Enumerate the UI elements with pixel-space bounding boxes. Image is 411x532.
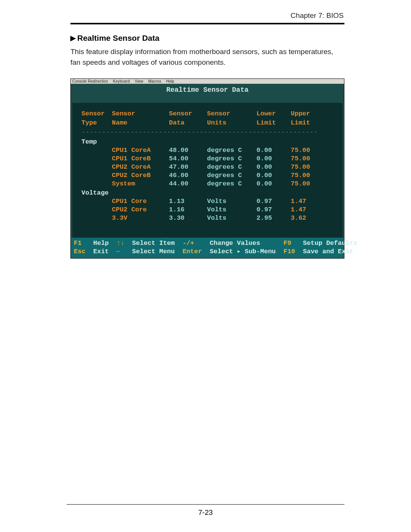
footer-hint: Enter Select ▸ Sub-Menu	[183, 248, 284, 256]
col-header: Units	[207, 119, 256, 127]
col-header: Sensor	[169, 110, 207, 118]
footer-hint: Esc Exit	[74, 248, 116, 256]
sensor-lower: 0.97	[256, 197, 291, 206]
footer-hint: ↑↓ Select Item	[116, 239, 182, 248]
footer-label: Help	[93, 239, 116, 248]
col-header: Sensor	[81, 110, 112, 118]
triangle-icon: ▶	[70, 34, 76, 42]
sensor-name: CPU2 CoreA	[112, 163, 169, 171]
chapter-header: Chapter 7: BIOS	[70, 11, 344, 20]
sensor-upper: 3.62	[291, 214, 325, 222]
sensor-unit: degrees C	[207, 163, 256, 171]
menu-item[interactable]: Macros	[148, 79, 161, 83]
sensor-value: 48.00	[169, 146, 207, 155]
table-row: CPU2 CoreB46.00degrees C0.0075.00	[81, 171, 335, 180]
sensor-unit: Volts	[207, 206, 256, 214]
sensor-upper: 1.47	[291, 197, 325, 206]
footer-key: F9	[284, 239, 303, 248]
col-header: Type	[81, 119, 112, 127]
sensor-name: System	[112, 180, 169, 188]
table-row: CPU1 CoreB54.00degrees C0.0075.00	[81, 155, 335, 163]
sensor-lower: 0.00	[256, 171, 291, 180]
header-rule	[70, 23, 344, 24]
sensor-groups: TempCPU1 CoreA48.00degrees C0.0075.00CPU…	[81, 138, 335, 222]
sensor-lower: 0.00	[256, 180, 291, 188]
table-row: 3.3V3.30Volts2.953.62	[81, 214, 335, 222]
sensor-upper: 75.00	[291, 155, 325, 163]
sensor-name: CPU2 CoreB	[112, 171, 169, 180]
sensor-lower: 0.00	[256, 146, 291, 155]
table-header-row1: Sensor Sensor Sensor Sensor Lower Upper	[81, 110, 335, 118]
footer-key: -/+	[183, 239, 210, 248]
footer-label: Setup Defaults	[303, 239, 361, 248]
divider-dashes: ----------------------------------------…	[81, 128, 317, 136]
menu-item[interactable]: View	[135, 79, 143, 83]
footer-row: Esc Exit ← Select Menu Enter Select ▸ Su…	[74, 248, 341, 256]
footer-row: F1 Help ↑↓ Select Item -/+ Change Values…	[74, 239, 341, 248]
sensor-upper: 75.00	[291, 171, 325, 180]
section-heading: ▶ Realtime Sensor Data	[70, 34, 344, 43]
sensor-upper: 75.00	[291, 146, 325, 155]
footer-label: Save and Exit	[303, 248, 361, 256]
sensor-unit: degrees C	[207, 155, 256, 163]
footer-label: Change Values	[210, 239, 284, 248]
sensor-lower: 0.00	[256, 155, 291, 163]
col-header: Limit	[291, 119, 325, 127]
sensor-upper: 1.47	[291, 206, 325, 214]
table-row: CPU2 CoreA47.00degrees C0.0075.00	[81, 163, 335, 171]
sensor-unit: degrees C	[207, 171, 256, 180]
sensor-value: 54.00	[169, 155, 207, 163]
footer-hint: -/+ Change Values	[183, 239, 284, 248]
sensor-name: CPU1 CoreA	[112, 146, 169, 155]
page-number: 7-23	[67, 508, 344, 517]
sensor-value: 3.30	[169, 214, 207, 222]
footer-key: Esc	[74, 248, 93, 256]
col-header: Upper	[291, 110, 325, 118]
sensor-name: CPU2 Core	[112, 206, 169, 214]
footer-key: ↑↓	[116, 239, 132, 248]
col-header: Data	[169, 119, 207, 127]
sensor-lower: 2.95	[256, 214, 291, 222]
footer-rule	[67, 504, 344, 505]
col-header: Limit	[256, 119, 291, 127]
col-header: Name	[112, 119, 169, 127]
sensor-value: 1.16	[169, 206, 207, 214]
footer-label: Select ▸ Sub-Menu	[210, 248, 284, 256]
footer-key: ←	[116, 248, 132, 256]
sensor-unit: Volts	[207, 197, 256, 206]
bios-screenshot: Console Redirection Keyboard View Macros…	[70, 78, 344, 259]
sensor-unit: Volts	[207, 214, 256, 222]
sensor-value: 1.13	[169, 197, 207, 206]
console-menubar: Console Redirection Keyboard View Macros…	[71, 79, 344, 84]
table-header-row2: Type Name Data Units Limit Limit	[81, 119, 335, 127]
sensor-unit: degrees C	[207, 146, 256, 155]
footer-label: Exit	[93, 248, 116, 256]
table-row: CPU1 Core1.13Volts0.971.47	[81, 197, 335, 206]
sensor-upper: 75.00	[291, 180, 325, 188]
menu-item[interactable]: Help	[166, 79, 174, 83]
footer-hint: ← Select Menu	[116, 248, 182, 256]
group-label: Temp	[81, 138, 335, 146]
footer-hint: F1 Help	[74, 239, 116, 248]
footer-hint: F9 Setup Defaults	[284, 239, 361, 248]
group-label: Voltage	[81, 189, 335, 197]
sensor-lower: 0.00	[256, 163, 291, 171]
bios-footer: F1 Help ↑↓ Select Item -/+ Change Values…	[71, 238, 344, 258]
table-row: System44.00degrees C0.0075.00	[81, 180, 335, 188]
footer-key: Enter	[183, 248, 210, 256]
footer-label: Select Item	[132, 239, 183, 248]
menu-item[interactable]: Keyboard	[113, 79, 130, 83]
sensor-name: 3.3V	[112, 214, 169, 222]
menu-item[interactable]: Console Redirection	[72, 79, 108, 83]
bios-body: Realtime Sensor Data Sensor Sensor Senso…	[71, 84, 344, 238]
col-header: Sensor	[207, 110, 256, 118]
sensor-value: 46.00	[169, 171, 207, 180]
sensor-upper: 75.00	[291, 163, 325, 171]
col-header: Lower	[256, 110, 291, 118]
footer-label: Select Menu	[132, 248, 183, 256]
sensor-unit: degrees C	[207, 180, 256, 188]
sensor-value: 44.00	[169, 180, 207, 188]
document-page: Chapter 7: BIOS ▶ Realtime Sensor Data T…	[0, 0, 411, 532]
table-row: CPU1 CoreA48.00degrees C0.0075.00	[81, 146, 335, 155]
section-heading-text: Realtime Sensor Data	[77, 34, 159, 43]
